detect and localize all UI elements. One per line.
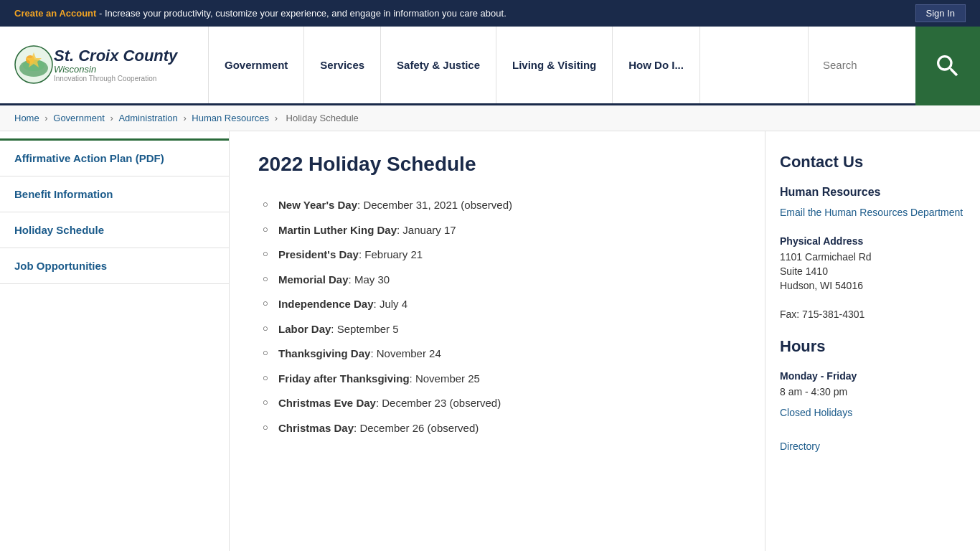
sidebar-item-holiday-schedule[interactable]: Holiday Schedule: [0, 212, 229, 248]
nav-living-visiting[interactable]: Living & Visiting: [496, 27, 613, 103]
sidebar: Affirmative Action Plan (PDF) Benefit In…: [0, 131, 230, 551]
fax-section: Fax: 715-381-4301: [780, 309, 966, 320]
sidebar-item-benefit-information[interactable]: Benefit Information: [0, 176, 229, 212]
breadcrumb-current: Holiday Schedule: [286, 113, 359, 123]
holiday-date: : December 26 (observed): [354, 422, 479, 434]
holiday-name: Friday after Thanksgiving: [278, 372, 410, 385]
holiday-date: : May 30: [349, 273, 390, 286]
holiday-name: New Year's Day: [278, 199, 357, 211]
hours-time: 8 am - 4:30 pm: [780, 386, 966, 397]
physical-address-label: Physical Address: [780, 235, 966, 247]
holiday-date: : November 24: [370, 347, 440, 359]
holiday-name: Thanksgiving Day: [278, 347, 370, 359]
right-sidebar: Contact Us Human Resources Email the Hum…: [765, 131, 980, 551]
breadcrumb-sep2: ›: [110, 113, 116, 123]
logo-main-text: St. Croix County: [54, 47, 177, 65]
breadcrumb: Home › Government › Administration › Hum…: [0, 105, 980, 131]
logo-text: St. Croix County Wisconsin Innovation Th…: [54, 47, 177, 83]
page-title: 2022 Holiday Schedule: [258, 153, 736, 176]
sidebar-item-affirmative-action[interactable]: Affirmative Action Plan (PDF): [0, 138, 229, 176]
logo-tagline-text: Innovation Through Cooperation: [54, 75, 177, 83]
breadcrumb-administration[interactable]: Administration: [118, 113, 177, 123]
holiday-name: Independence Day: [278, 298, 374, 310]
sidebar-item-job-opportunities[interactable]: Job Opportunities: [0, 248, 229, 284]
holiday-date: : November 25: [410, 372, 480, 385]
holiday-name: Martin Luther King Day: [278, 224, 397, 236]
address-line1: 1101 Carmichael Rd: [780, 251, 966, 263]
top-bar: Create an Account - Increase your produc…: [0, 0, 980, 27]
search-button[interactable]: [915, 27, 980, 105]
nav-how-do-i[interactable]: How Do I...: [613, 27, 700, 103]
logo-area: St. Croix County Wisconsin Innovation Th…: [14, 45, 208, 85]
holiday-date: : July 4: [374, 298, 408, 310]
logo-sub-text: Wisconsin: [54, 65, 177, 75]
hr-title: Human Resources: [780, 186, 966, 199]
email-hr-link[interactable]: Email the Human Resources Department: [780, 207, 963, 218]
holiday-date: : January 17: [397, 224, 456, 236]
list-item: Christmas Eve Day: December 23 (observed…: [258, 391, 736, 416]
list-item: Thanksgiving Day: November 24: [258, 342, 736, 367]
holiday-name: Christmas Day: [278, 422, 354, 434]
breadcrumb-hr[interactable]: Human Resources: [192, 113, 269, 123]
main-nav: Government Services Safety & Justice Liv…: [208, 27, 808, 103]
holiday-name: Christmas Eve Day: [278, 397, 376, 409]
sign-in-button[interactable]: Sign In: [915, 4, 966, 22]
hours-section: Hours Monday - Friday 8 am - 4:30 pm Clo…: [780, 337, 966, 418]
address-line3: Hudson, WI 54016: [780, 280, 966, 291]
directory-section: Directory: [780, 440, 966, 452]
holiday-name: Memorial Day: [278, 273, 349, 286]
nav-services[interactable]: Services: [304, 27, 381, 103]
breadcrumb-sep1: ›: [44, 113, 50, 123]
directory-link[interactable]: Directory: [780, 441, 820, 452]
holiday-date: : December 31, 2021 (observed): [357, 199, 512, 211]
top-bar-message: Create an Account - Increase your produc…: [14, 8, 507, 19]
contact-section: Human Resources Email the Human Resource…: [780, 186, 966, 218]
contact-us-title: Contact Us: [780, 153, 966, 171]
holiday-date: : September 5: [331, 323, 398, 335]
list-item: President's Day: February 21: [258, 242, 736, 268]
breadcrumb-government[interactable]: Government: [53, 113, 105, 123]
create-account-link[interactable]: Create an Account: [14, 8, 96, 19]
site-header: St. Croix County Wisconsin Innovation Th…: [0, 27, 980, 105]
nav-government[interactable]: Government: [208, 27, 304, 103]
nav-safety-justice[interactable]: Safety & Justice: [381, 27, 496, 103]
search-icon: [933, 52, 962, 80]
list-item: Christmas Day: December 26 (observed): [258, 416, 736, 441]
breadcrumb-sep3: ›: [183, 113, 189, 123]
fax-number: Fax: 715-381-4301: [780, 309, 966, 320]
address-line2: Suite 1410: [780, 265, 966, 277]
address-section: Physical Address 1101 Carmichael Rd Suit…: [780, 235, 966, 291]
list-item: Martin Luther King Day: January 17: [258, 218, 736, 243]
closed-holidays-link[interactable]: Closed Holidays: [780, 407, 852, 418]
holiday-list: New Year's Day: December 31, 2021 (obser…: [258, 193, 736, 441]
hours-day: Monday - Friday: [780, 370, 966, 382]
logo-icon: [14, 45, 54, 85]
list-item: Memorial Day: May 30: [258, 268, 736, 293]
holiday-date: : December 23 (observed): [376, 397, 501, 409]
holiday-date: : February 21: [359, 248, 423, 260]
hours-title: Hours: [780, 337, 966, 356]
list-item: New Year's Day: December 31, 2021 (obser…: [258, 193, 736, 218]
holiday-name: Labor Day: [278, 323, 331, 335]
main-content: 2022 Holiday Schedule New Year's Day: De…: [230, 131, 765, 551]
main-layout: Affirmative Action Plan (PDF) Benefit In…: [0, 131, 980, 551]
list-item: Friday after Thanksgiving: November 25: [258, 367, 736, 392]
breadcrumb-home[interactable]: Home: [14, 113, 39, 123]
list-item: Labor Day: September 5: [258, 317, 736, 342]
list-item: Independence Day: July 4: [258, 292, 736, 317]
breadcrumb-sep4: ›: [275, 113, 281, 123]
top-bar-description: - Increase your productivity, customize …: [96, 8, 506, 19]
holiday-name: President's Day: [278, 248, 359, 260]
